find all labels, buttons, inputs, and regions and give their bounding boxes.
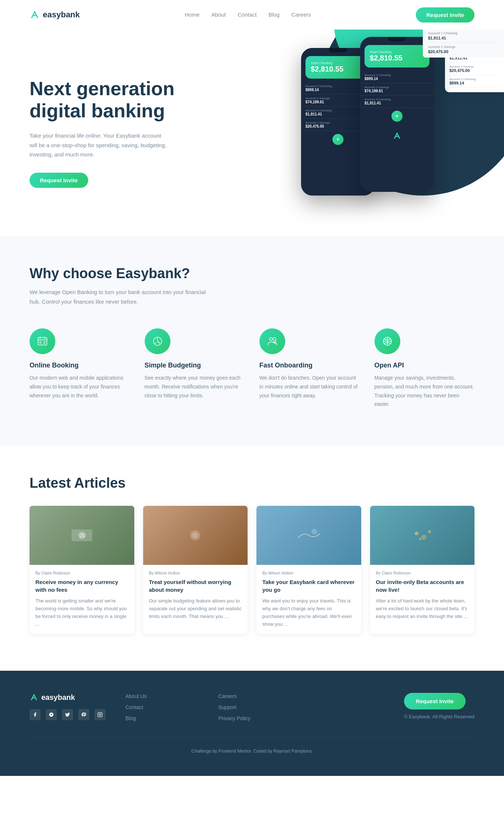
why-subtitle: We leverage Open Banking to turn your ba… (30, 287, 214, 306)
hero-subtitle: Take your financial life online. Your Ea… (30, 131, 170, 159)
article-excerpt-2: Our simple budgeting feature allows you … (149, 597, 242, 620)
feature-onboarding-desc: We don't do branches. Open your account … (259, 374, 360, 400)
footer-socials (30, 709, 111, 720)
footer-careers[interactable]: Careers (218, 693, 237, 699)
hero-title: Next generation digital banking (30, 78, 184, 122)
phone-card-2: Total Checking $2,810.55 (365, 45, 429, 68)
svg-point-12 (421, 535, 427, 540)
feature-simple-budgeting: Simple Budgeting See exactly where your … (145, 328, 245, 409)
logo-text: easybank (43, 10, 80, 20)
logo: easybank (30, 10, 80, 20)
feature-api-desc: Manage your savings, investments, pensio… (374, 374, 475, 409)
nav-home[interactable]: Home (185, 11, 200, 18)
svg-point-2 (269, 338, 272, 341)
hero-images: Total Checking $2,810.55 Account 1 Check… (227, 30, 504, 236)
nav-links: Home About Contact Blog Careers (185, 11, 311, 18)
footer-blog[interactable]: Blog (125, 715, 136, 721)
footer-copyright: © Easybank. All Rights Reserved (404, 714, 474, 719)
article-excerpt-1: The world is getting smaller and we're b… (35, 597, 128, 628)
footer-inner: easybank (30, 693, 474, 726)
footer-invite: Request Invite © Easybank. All Rights Re… (404, 693, 474, 719)
nav-contact[interactable]: Contact (238, 11, 257, 18)
phone-fab: + (332, 134, 344, 145)
feature-booking-desc: Our modern web and mobile applications a… (30, 374, 130, 400)
article-author-3: By Wilson Hutton (262, 571, 355, 575)
hero-section: Next generation digital banking Take you… (0, 30, 504, 236)
svg-point-18 (99, 714, 101, 716)
svg-point-10 (311, 529, 317, 535)
twitter-icon[interactable] (62, 709, 73, 720)
svg-point-3 (273, 338, 276, 341)
footer-about-us[interactable]: About Us (125, 693, 147, 699)
article-card-3: By Wilson Hutton Take your Easybank card… (256, 506, 361, 634)
article-card-2: By Wilson Hutton Treat yourself without … (143, 506, 248, 634)
article-img-4 (370, 506, 475, 565)
feature-api-title: Open API (374, 362, 475, 369)
footer-col-2: Careers Support Privacy Policy (218, 693, 297, 726)
article-title-2[interactable]: Treat yourself without worrying about mo… (149, 578, 242, 594)
svg-point-14 (419, 538, 421, 540)
footer-contact[interactable]: Contact (125, 704, 143, 710)
feature-open-api: Open API Manage your savings, investment… (374, 328, 475, 409)
footer-logo: easybank (30, 693, 111, 702)
why-section: Why choose Easybank? We leverage Open Ba… (0, 236, 504, 446)
footer-col-1: About Us Contact Blog (125, 693, 204, 726)
svg-rect-0 (38, 338, 47, 345)
footer-logo-text: easybank (41, 693, 75, 702)
article-title-1[interactable]: Receive money in any currency with no fe… (35, 578, 128, 594)
instagram-icon[interactable] (94, 709, 106, 720)
feature-icon-budgeting (145, 328, 170, 354)
feature-icon-api (374, 328, 400, 354)
footer-privacy[interactable]: Privacy Policy (218, 715, 251, 721)
svg-rect-17 (98, 713, 102, 717)
phone-card-amount: $2,810.55 (311, 65, 365, 73)
hero-text: Next generation digital banking Take you… (30, 78, 184, 187)
svg-text:20: 20 (80, 532, 86, 538)
article-excerpt-3: We want you to enjoy your travels. This … (262, 597, 355, 628)
logo-icon (30, 10, 40, 20)
nav-about[interactable]: About (211, 11, 226, 18)
phone-secondary: Total Checking $2,810.55 Account 1 Check… (360, 37, 434, 192)
hero-cta-button[interactable]: Request Invite (30, 173, 88, 188)
article-img-3 (256, 506, 361, 565)
features-grid: Online Booking Our modern web and mobile… (30, 328, 474, 409)
nav-careers[interactable]: Careers (291, 11, 311, 18)
article-excerpt-4: After a lot of hard work by the whole te… (376, 597, 469, 620)
svg-point-11 (415, 532, 418, 535)
challenge-text: Challenge by Frontend Mentor. Coded by R… (191, 749, 313, 754)
feature-icon-booking (30, 328, 55, 354)
youtube-icon[interactable] (46, 709, 57, 720)
feature-icon-onboarding (259, 328, 285, 354)
svg-point-9 (192, 532, 198, 538)
article-img-2 (143, 506, 248, 565)
article-author-2: By Wilson Hutton (149, 571, 242, 575)
feature-onboarding-title: Fast Onboarding (259, 362, 360, 369)
article-author-1: By Claire Robinson (35, 571, 128, 575)
pinterest-icon[interactable] (78, 709, 89, 720)
articles-title: Latest Articles (30, 475, 474, 491)
phone-fab-2: + (391, 111, 403, 122)
why-title: Why choose Easybank? (30, 266, 474, 281)
feature-booking-title: Online Booking (30, 362, 130, 369)
nav-cta-button[interactable]: Request Invite (416, 7, 474, 23)
article-title-3[interactable]: Take your Easybank card wherever you go (262, 578, 355, 594)
svg-point-19 (101, 714, 101, 714)
phone-card-label: Total Checking (311, 61, 365, 65)
footer-support[interactable]: Support (218, 704, 237, 710)
feature-budgeting-desc: See exactly where your money goes each m… (145, 374, 245, 400)
feature-online-booking: Online Booking Our modern web and mobile… (30, 328, 130, 409)
nav-blog[interactable]: Blog (269, 11, 280, 18)
footer-cta-button[interactable]: Request Invite (404, 693, 466, 709)
articles-grid: 20 By Claire Robinson Receive money in a… (30, 506, 474, 634)
facebook-icon[interactable] (30, 709, 41, 720)
navbar: easybank Home About Contact Blog Careers… (0, 0, 504, 30)
footer-bottom: Challenge by Frontend Mentor. Coded by R… (30, 737, 474, 754)
article-card-4: By Claire Robinson Our invite-only Beta … (370, 506, 475, 634)
article-title-4[interactable]: Our invite-only Beta accounts are now li… (376, 578, 469, 594)
articles-section: Latest Articles 20 By Claire Robinson Re… (0, 446, 504, 671)
article-card-1: 20 By Claire Robinson Receive money in a… (30, 506, 134, 634)
feature-budgeting-title: Simple Budgeting (145, 362, 245, 369)
article-author-4: By Claire Robinson (376, 571, 469, 575)
top-strip: $74,199.61 Account 1 Checking $1,911.41 … (423, 30, 504, 58)
footer-brand: easybank (30, 693, 111, 720)
